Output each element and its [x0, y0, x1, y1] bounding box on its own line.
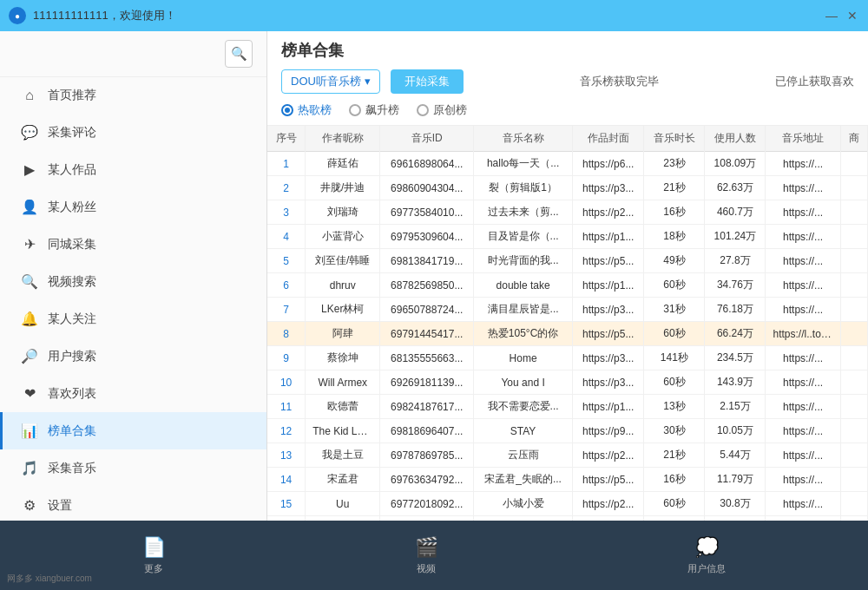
- table-cell: [840, 176, 867, 200]
- radio-tab-hot[interactable]: 热歌榜: [281, 102, 332, 118]
- footer-label-video: 视频: [417, 562, 436, 575]
- table-cell: https://p3...: [573, 346, 644, 370]
- footer-item-user-info[interactable]: 💭 用户信息: [687, 536, 726, 575]
- table-cell: [840, 492, 867, 516]
- table-cell: 云压雨: [474, 443, 573, 468]
- table-cell: 12: [267, 419, 306, 443]
- status-left: 音乐榜获取完毕: [474, 74, 766, 89]
- sidebar-label-video-search: 视频搜索: [48, 274, 96, 290]
- page-title: 榜单合集: [281, 40, 854, 61]
- table-cell: 2.15万: [705, 395, 766, 419]
- table-cell: 460.7万: [705, 200, 766, 225]
- radio-label-hot: 热歌榜: [298, 102, 332, 118]
- table-cell: 11: [267, 395, 306, 419]
- sidebar-item-chart-collect[interactable]: 📊 榜单合集: [0, 412, 266, 449]
- table-cell: 满目星辰皆是...: [474, 298, 573, 322]
- table-row: 11欧德蕾69824187617...我不需要恋爱...https://p1..…: [267, 395, 868, 419]
- table-row: 1薛廷佑69616898064...hallo每一天（...https://p6…: [267, 152, 868, 176]
- radio-circle-original: [417, 104, 429, 116]
- table-cell: 我是土豆: [306, 443, 380, 468]
- search-icon: 🔍: [231, 46, 247, 62]
- radio-tab-rise[interactable]: 飙升榜: [349, 102, 399, 118]
- video-icon: 🎬: [415, 536, 438, 559]
- minimize-button[interactable]: —: [825, 9, 838, 23]
- table-row: 14宋孟君69763634792...宋孟君_失眠的...https://p5.…: [267, 468, 868, 492]
- table-row: 10Will Armex69269181139...You and Ihttps…: [267, 370, 868, 395]
- source-dropdown[interactable]: DOU听音乐榜 ▾: [281, 69, 380, 94]
- table-cell: https://...: [766, 298, 840, 322]
- radio-circle-rise: [349, 104, 361, 116]
- col-header: 音乐名称: [474, 126, 573, 152]
- table-cell: https://...: [766, 273, 840, 298]
- table-cell: 60秒: [644, 492, 705, 516]
- col-header: 作者昵称: [306, 126, 380, 152]
- col-header: 音乐时长: [644, 126, 705, 152]
- sidebar-label-user-search: 用户搜索: [48, 349, 96, 364]
- table-row: 9蔡徐坤68135555663...Homehttps://p3...141秒2…: [267, 346, 868, 370]
- table-cell: [840, 152, 867, 176]
- table-cell: 69773584010...: [380, 200, 474, 225]
- table-cell: https://...: [766, 468, 840, 492]
- person-follow-icon: 🔔: [20, 311, 39, 327]
- footer-label-more: 更多: [144, 562, 163, 575]
- table-cell: 宋孟君_失眠的...: [474, 468, 573, 492]
- sidebar-item-local-collect[interactable]: ✈ 同城采集: [0, 226, 266, 263]
- sidebar-item-person-follow[interactable]: 🔔 某人关注: [0, 300, 266, 338]
- table-cell: https://...: [766, 225, 840, 249]
- table-cell: 过去未来（剪...: [474, 200, 573, 225]
- music-table-container[interactable]: 序号作者昵称音乐ID音乐名称作品封面音乐时长使用人数音乐地址商 1薛廷佑6961…: [267, 126, 868, 521]
- table-cell: 蔡徐坤: [306, 346, 380, 370]
- sidebar-item-collect-music[interactable]: 🎵 采集音乐: [0, 449, 266, 487]
- search-button[interactable]: 🔍: [225, 40, 253, 68]
- title-bar: ● 111111111111，欢迎使用！ — ✕: [0, 0, 868, 31]
- table-cell: https://p5...: [573, 249, 644, 273]
- radio-tab-original[interactable]: 原创榜: [417, 102, 467, 118]
- table-cell: 1: [267, 152, 306, 176]
- table-cell: 69772018092...: [380, 492, 474, 516]
- table-cell: 69650788724...: [380, 298, 474, 322]
- table-cell: Home: [474, 346, 573, 370]
- table-cell: 4: [267, 225, 306, 249]
- table-cell: 3: [267, 200, 306, 225]
- table-cell: 16秒: [644, 468, 705, 492]
- table-cell: 16秒: [644, 200, 705, 225]
- start-collect-button[interactable]: 开始采集: [391, 69, 464, 94]
- sidebar-item-fav-list[interactable]: ❤ 喜欢列表: [0, 375, 266, 412]
- table-cell: 11.79万: [705, 468, 766, 492]
- table-cell: 13: [267, 443, 306, 468]
- table-cell: 23秒: [644, 152, 705, 176]
- table-row: 4小蓝背心69795309604...目及皆是你（...https://p1..…: [267, 225, 868, 249]
- table-cell: https://...: [766, 200, 840, 225]
- sidebar-item-person-fans[interactable]: 👤 某人粉丝: [0, 188, 266, 226]
- sidebar-item-person-works[interactable]: ▶ 某人作品: [0, 151, 266, 188]
- brand-text: 网多多 xiangbuer.com: [7, 573, 92, 585]
- more-icon: 📄: [142, 536, 166, 559]
- table-cell: 6: [267, 273, 306, 298]
- table-cell: 30秒: [644, 419, 705, 443]
- table-cell: 69763634792...: [380, 468, 474, 492]
- video-search-icon: 🔍: [20, 273, 39, 290]
- sidebar-item-comments[interactable]: 💬 采集评论: [0, 114, 266, 151]
- footer-item-video[interactable]: 🎬 视频: [415, 536, 438, 575]
- close-button[interactable]: ✕: [845, 9, 859, 23]
- table-cell: https://p9...: [573, 419, 644, 443]
- sidebar-item-settings[interactable]: ⚙ 设置: [0, 487, 266, 521]
- sidebar-item-home[interactable]: ⌂ 首页推荐: [0, 77, 266, 114]
- sidebar-item-video-search[interactable]: 🔍 视频搜索: [0, 263, 266, 300]
- table-cell: STAY: [474, 419, 573, 443]
- sidebar-item-user-search[interactable]: 🔎 用户搜索: [0, 338, 266, 375]
- table-cell: 热爱105°C的你: [474, 322, 573, 346]
- table-cell: 时光背面的我...: [474, 249, 573, 273]
- table-cell: [840, 200, 867, 225]
- settings-icon: ⚙: [20, 497, 39, 514]
- table-row: 3刘瑞琦69773584010...过去未来（剪...https://p2...…: [267, 200, 868, 225]
- table-cell: https://p1...: [573, 225, 644, 249]
- table-cell: 69818696407...: [380, 419, 474, 443]
- sidebar-label-collect-music: 采集音乐: [48, 461, 96, 476]
- table-cell: https://...: [766, 249, 840, 273]
- radio-circle-hot: [281, 104, 293, 116]
- footer-item-more[interactable]: 📄 更多: [142, 536, 166, 575]
- table-row: 6dhruv68782569850...double takehttps://p…: [267, 273, 868, 298]
- table-cell: https://p3...: [573, 176, 644, 200]
- table-cell: 7: [267, 298, 306, 322]
